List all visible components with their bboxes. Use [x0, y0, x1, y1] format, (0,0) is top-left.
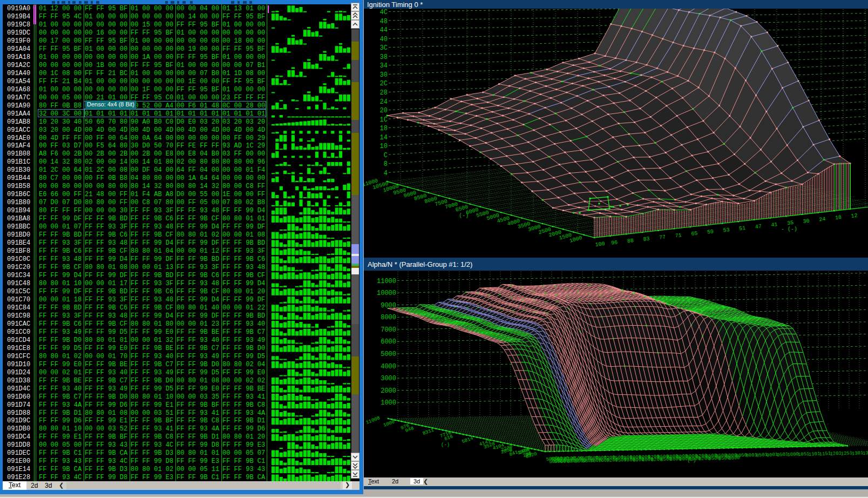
- svg-text:96: 96: [611, 239, 618, 246]
- svg-text:3C: 3C: [380, 44, 388, 52]
- svg-text:9000: 9000: [381, 302, 396, 309]
- svg-text:48: 48: [380, 18, 388, 25]
- svg-text:38: 38: [380, 53, 388, 61]
- svg-text:8: 8: [384, 160, 388, 168]
- svg-text:1301: 1301: [851, 450, 863, 457]
- svg-text:30: 30: [380, 71, 388, 79]
- svg-text:2C: 2C: [380, 80, 388, 88]
- svg-text:2000: 2000: [381, 387, 396, 395]
- svg-text:18: 18: [835, 214, 842, 221]
- svg-text:4C: 4C: [380, 9, 388, 16]
- svg-text:(-): (-): [459, 213, 469, 219]
- svg-text:3000: 3000: [381, 375, 396, 382]
- svg-text:1000: 1000: [381, 399, 396, 407]
- svg-text:- (-): - (-): [781, 226, 797, 232]
- svg-text:34: 34: [380, 62, 388, 70]
- svg-text:6000: 6000: [381, 338, 396, 346]
- svg-text:88: 88: [627, 238, 634, 244]
- svg-text:1351: 1351: [863, 450, 868, 456]
- svg-text:65: 65: [691, 231, 698, 237]
- svg-text:28: 28: [380, 89, 388, 97]
- svg-text:Ignition Timing 0 *: Ignition Timing 0 *: [367, 1, 423, 9]
- svg-text:8000: 8000: [381, 314, 396, 321]
- svg-text:59: 59: [707, 228, 714, 235]
- svg-text:10000: 10000: [377, 290, 396, 297]
- svg-text:(-): (-): [441, 442, 450, 448]
- svg-text:40: 40: [380, 36, 388, 43]
- svg-text:18: 18: [380, 125, 388, 132]
- svg-text:24: 24: [380, 98, 388, 106]
- svg-text:5000: 5000: [381, 351, 396, 358]
- svg-text:14: 14: [380, 134, 388, 142]
- svg-text:Alpha/N * (Parallel-Group #1:: Alpha/N * (Parallel-Group #1: 1/2): [368, 260, 472, 268]
- svg-text:100: 100: [595, 241, 605, 248]
- svg-text:1201: 1201: [830, 450, 842, 457]
- svg-text:30: 30: [803, 218, 810, 224]
- svg-text:4000: 4000: [381, 363, 396, 371]
- svg-text:7000: 7000: [381, 326, 396, 334]
- svg-text:83: 83: [643, 236, 650, 243]
- svg-text:41: 41: [771, 221, 778, 228]
- svg-text:71: 71: [675, 232, 682, 239]
- svg-text:(-): (-): [687, 458, 696, 463]
- svg-text:1251: 1251: [840, 450, 852, 457]
- svg-text:24: 24: [819, 216, 826, 223]
- svg-text:C: C: [384, 152, 388, 159]
- svg-text:77: 77: [659, 234, 666, 240]
- svg-text:47: 47: [755, 223, 762, 230]
- svg-text:10: 10: [380, 143, 388, 150]
- svg-text:53: 53: [723, 227, 730, 233]
- svg-text:44: 44: [380, 26, 388, 34]
- svg-text:11000: 11000: [377, 278, 396, 285]
- svg-text:12: 12: [851, 213, 858, 219]
- svg-text:1C: 1C: [380, 116, 388, 124]
- svg-text:20: 20: [380, 107, 388, 115]
- svg-text:51: 51: [739, 225, 746, 232]
- svg-text:35: 35: [787, 220, 794, 226]
- svg-text:4: 4: [384, 170, 388, 177]
